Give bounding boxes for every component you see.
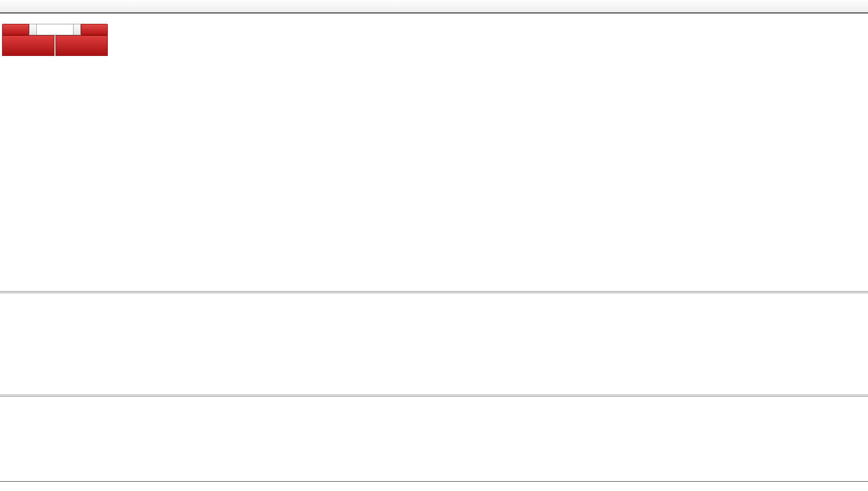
main-chart-pane[interactable]: [0, 15, 868, 291]
sell-button[interactable]: [2, 24, 29, 35]
volume-input[interactable]: [37, 24, 73, 35]
volume-up-button[interactable]: [73, 24, 81, 35]
toolbar: [0, 0, 868, 13]
sell-price[interactable]: [2, 35, 54, 56]
chart-header: [3, 16, 9, 23]
one-click-trade-panel: [2, 24, 108, 56]
buy-price[interactable]: [55, 35, 108, 56]
volume-down-button[interactable]: [29, 24, 37, 35]
macd-pane[interactable]: [0, 293, 868, 395]
mt4-terminal: [0, 0, 868, 491]
rsi-pane[interactable]: [0, 397, 868, 481]
buy-button[interactable]: [81, 24, 108, 35]
date-axis[interactable]: [0, 481, 868, 491]
